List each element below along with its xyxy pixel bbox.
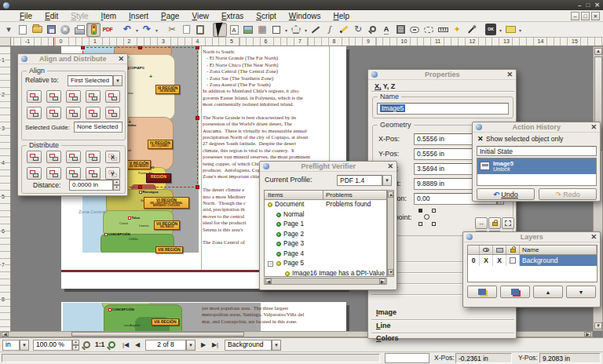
chevron-down-icon[interactable]: ▼	[20, 340, 29, 351]
distribute-right-button[interactable]	[66, 151, 81, 163]
show-selected-label[interactable]: Show selected object only	[486, 135, 563, 144]
preflight-row[interactable]: Normal	[265, 210, 386, 220]
visible-column-eye-icon[interactable]	[480, 246, 493, 254]
paste-icon[interactable]	[193, 23, 207, 37]
menu-view[interactable]: View	[186, 12, 214, 20]
minimize-icon[interactable]: –	[578, 2, 581, 9]
name-column-header[interactable]: Name	[520, 246, 597, 254]
align-left-button[interactable]	[46, 90, 61, 103]
align-bottom-button[interactable]	[86, 107, 100, 119]
items-column-header[interactable]: Items	[268, 191, 283, 198]
scroll-down-icon[interactable]: ▼	[594, 322, 602, 329]
rotate-item-icon[interactable]: ↻	[351, 23, 365, 37]
distribute-gaps-h-button[interactable]	[86, 151, 100, 163]
close-icon[interactable]: ✕	[594, 2, 600, 9]
redo-icon[interactable]: ↷▾	[140, 23, 154, 37]
preflight-verifier-icon[interactable]	[86, 23, 100, 37]
tab-xyz[interactable]: X, Y, Z	[375, 82, 395, 90]
first-page-button[interactable]: |◀	[120, 340, 131, 350]
delete-layer-button[interactable]	[500, 286, 530, 298]
relative-to-select[interactable]: First Selected	[68, 75, 113, 86]
profile-select[interactable]: PDF 1.4	[337, 175, 382, 186]
menu-insert[interactable]: Insert	[123, 12, 154, 20]
mdi-close-icon[interactable]: ✕	[591, 12, 600, 20]
horizontal-ruler[interactable]: -10123456789101112131415	[0, 38, 603, 46]
layer-row-background[interactable]: 0 X X Background	[468, 255, 597, 266]
undo-icon[interactable]: ↶▾	[120, 23, 134, 37]
align-right-out-button[interactable]	[105, 90, 120, 103]
problems-column-header[interactable]: Problems	[326, 191, 353, 198]
chevron-down-icon[interactable]: ▾	[155, 27, 158, 33]
pdf-text-field-icon[interactable]: ▾	[503, 23, 517, 37]
scroll-left-icon[interactable]: ◀	[265, 278, 272, 284]
close-icon[interactable]: ✕	[590, 234, 597, 241]
distribute-center-h-button[interactable]	[46, 151, 61, 163]
selection-handle[interactable]	[138, 185, 142, 189]
add-layer-button[interactable]	[467, 286, 497, 298]
zoom-in-icon[interactable]	[108, 341, 115, 348]
link-text-frames-icon[interactable]	[407, 23, 422, 37]
insert-bezier-curve-icon[interactable]: ʃ	[323, 23, 337, 37]
action-history-titlebar[interactable]: Action History ✕	[473, 122, 600, 133]
scroll-right-icon[interactable]: ▶	[379, 278, 386, 284]
menu-windows[interactable]: Windows	[283, 12, 327, 20]
layers-titlebar[interactable]: Layers ✕	[463, 232, 600, 242]
chevron-down-icon[interactable]: ▼	[186, 340, 196, 351]
pdf-push-button-icon[interactable]: OK▾	[484, 23, 498, 37]
state-field[interactable]: Initial State	[477, 146, 597, 156]
zoom-out-icon[interactable]	[83, 341, 90, 348]
distribute-left-button[interactable]	[27, 151, 42, 163]
print-document-icon[interactable]	[72, 23, 86, 37]
menu-file[interactable]: File	[14, 12, 38, 20]
align-titlebar[interactable]: Align and Distribute ✕	[18, 54, 127, 64]
distribute-center-v-button[interactable]	[46, 167, 61, 180]
tab-line[interactable]: Line	[376, 322, 391, 329]
edit-text-story-editor-icon[interactable]	[393, 23, 407, 37]
tab-image[interactable]: Image	[376, 308, 397, 316]
close-icon[interactable]: ✕	[590, 124, 597, 131]
horizontal-scroll-thumb[interactable]	[71, 332, 244, 337]
history-list-item[interactable]: Image5 Unlock	[477, 158, 596, 174]
mdi-restore-icon[interactable]: □	[581, 12, 590, 20]
lock-size-button[interactable]	[502, 217, 514, 229]
selection-handle[interactable]	[81, 46, 85, 49]
zoom-actual-button[interactable]: 1:1	[95, 340, 104, 350]
align-left-out-button[interactable]	[27, 90, 42, 103]
insert-shape-icon[interactable]: ▾	[269, 23, 283, 37]
selection-handle[interactable]	[196, 116, 199, 120]
new-document-icon[interactable]	[16, 23, 30, 37]
insert-freehand-line-icon[interactable]	[337, 23, 351, 37]
units-select[interactable]: in	[2, 340, 20, 351]
menu-extras[interactable]: Extras	[216, 12, 249, 20]
close-icon[interactable]: ✕	[387, 163, 393, 170]
lock-object-button[interactable]	[488, 217, 501, 229]
text-frame-page2[interactable]: yet most populous area. The three larges…	[202, 305, 327, 325]
close-icon[interactable]: ✕	[506, 71, 513, 78]
menu-item[interactable]: Item	[96, 12, 122, 20]
preflight-row[interactable]: −Page 5	[265, 259, 386, 269]
raise-layer-button[interactable]: ▲	[533, 286, 563, 298]
name-field[interactable]: Image5	[377, 103, 509, 115]
preflight-row[interactable]: DocumentProblems found	[265, 200, 386, 210]
preflight-hscroll[interactable]: ◀ ▶	[264, 278, 387, 285]
preflight-titlebar[interactable]: Preflight Verifier ✕	[260, 162, 397, 172]
menu-script[interactable]: Script	[250, 12, 282, 20]
mdi-minimize-icon[interactable]: –	[571, 12, 579, 20]
collapse-icon[interactable]: −	[268, 261, 273, 267]
distance-field[interactable]: 0.0000 in	[69, 180, 113, 191]
scroll-up-icon[interactable]: ▲	[594, 48, 602, 55]
print-column-icon[interactable]	[493, 246, 506, 254]
open-document-icon[interactable]	[30, 23, 44, 37]
chevron-down-icon[interactable]: ▼	[382, 175, 392, 186]
align-center-v-button[interactable]	[66, 107, 81, 119]
distance-spinner[interactable]: ▲▼	[113, 180, 120, 191]
preflight-row[interactable]: Page 2	[265, 230, 386, 240]
selection-handle[interactable]	[138, 46, 142, 49]
undo-button[interactable]: ↶ Undo	[477, 188, 535, 200]
cut-icon[interactable]: ✂	[165, 23, 179, 37]
chevron-down-icon[interactable]: ▾	[285, 27, 287, 33]
close-icon[interactable]: ✕	[118, 56, 124, 63]
flip-horizontal-button[interactable]: ↔	[475, 217, 488, 229]
basepoint-selector[interactable]	[418, 209, 436, 226]
chevron-down-icon[interactable]: ▾	[499, 27, 502, 33]
